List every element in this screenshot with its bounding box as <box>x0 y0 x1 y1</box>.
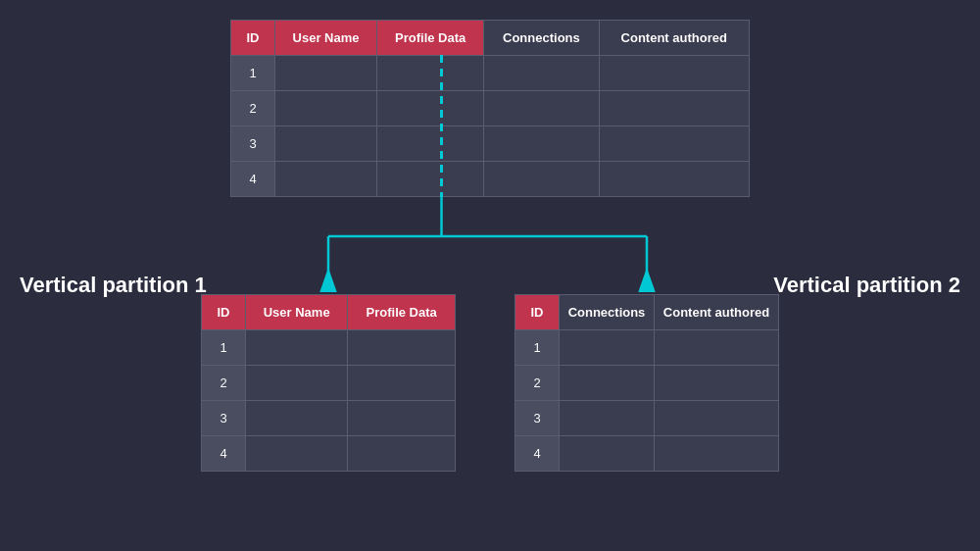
table-row: 4 <box>202 436 456 472</box>
p2-col-id: ID <box>515 295 560 330</box>
row1-id: 1 <box>231 56 275 91</box>
table-row: 4 <box>231 162 750 197</box>
p1-col-profile: Profile Data <box>348 295 456 330</box>
partition2-wrapper: ID Connections Content authored 1 2 3 <box>514 294 779 472</box>
row2-username <box>275 91 377 126</box>
row3-profile <box>377 126 484 162</box>
p1-header-row: ID User Name Profile Data <box>202 295 456 330</box>
row1-username <box>275 56 377 91</box>
partitions-row: ID User Name Profile Data 1 2 3 <box>0 294 980 472</box>
row3-id: 3 <box>231 126 275 162</box>
main-col-id: ID <box>231 21 275 56</box>
row1-profile <box>377 56 484 91</box>
main-table-header-row: ID User Name Profile Data Connections Co… <box>231 21 750 56</box>
table-row: 2 <box>202 366 456 401</box>
table-row: 3 <box>515 401 779 436</box>
main-table-container: ID User Name Profile Data Connections Co… <box>230 20 750 197</box>
p1-col-username: User Name <box>246 295 348 330</box>
p2-header-row: ID Connections Content authored <box>515 295 779 330</box>
partition1-wrapper: ID User Name Profile Data 1 2 3 <box>201 294 456 472</box>
main-col-content: Content authored <box>599 21 750 56</box>
main-col-connections: Connections <box>484 21 599 56</box>
row2-content <box>599 91 750 126</box>
p2-col-content: Content authored <box>655 295 779 330</box>
table-row: 4 <box>515 436 779 472</box>
row3-content <box>599 126 750 162</box>
table-row: 1 <box>231 56 750 91</box>
row2-connections <box>484 91 599 126</box>
table-row: 3 <box>202 401 456 436</box>
table-row: 1 <box>202 330 456 366</box>
p1-col-id: ID <box>202 295 246 330</box>
table-row: 2 <box>515 366 779 401</box>
row3-username <box>275 126 377 162</box>
table-row: 3 <box>231 126 750 162</box>
main-col-username: User Name <box>275 21 377 56</box>
vertical-divider <box>440 55 443 197</box>
p1-row2-id: 2 <box>202 366 246 401</box>
row4-username <box>275 162 377 197</box>
row4-profile <box>377 162 484 197</box>
partition1-table: ID User Name Profile Data 1 2 3 <box>201 294 456 472</box>
main-table-wrapper: ID User Name Profile Data Connections Co… <box>230 20 750 197</box>
row4-connections <box>484 162 599 197</box>
p2-row3-id: 3 <box>515 401 560 436</box>
table-row: 1 <box>515 330 779 366</box>
p2-row2-id: 2 <box>515 366 560 401</box>
p2-row4-id: 4 <box>515 436 560 472</box>
row3-connections <box>484 126 599 162</box>
row1-content <box>599 56 750 91</box>
main-table: ID User Name Profile Data Connections Co… <box>230 20 750 197</box>
row4-content <box>599 162 750 197</box>
main-col-profile: Profile Data <box>377 21 484 56</box>
p1-row1-id: 1 <box>202 330 246 366</box>
row4-id: 4 <box>231 162 275 197</box>
p2-row1-id: 1 <box>515 330 560 366</box>
p2-col-connections: Connections <box>560 295 655 330</box>
partition2-table: ID Connections Content authored 1 2 3 <box>514 294 779 472</box>
table-row: 2 <box>231 91 750 126</box>
row1-connections <box>484 56 599 91</box>
row2-id: 2 <box>231 91 275 126</box>
p1-row4-id: 4 <box>202 436 246 472</box>
row2-profile <box>377 91 484 126</box>
p1-row3-id: 3 <box>202 401 246 436</box>
